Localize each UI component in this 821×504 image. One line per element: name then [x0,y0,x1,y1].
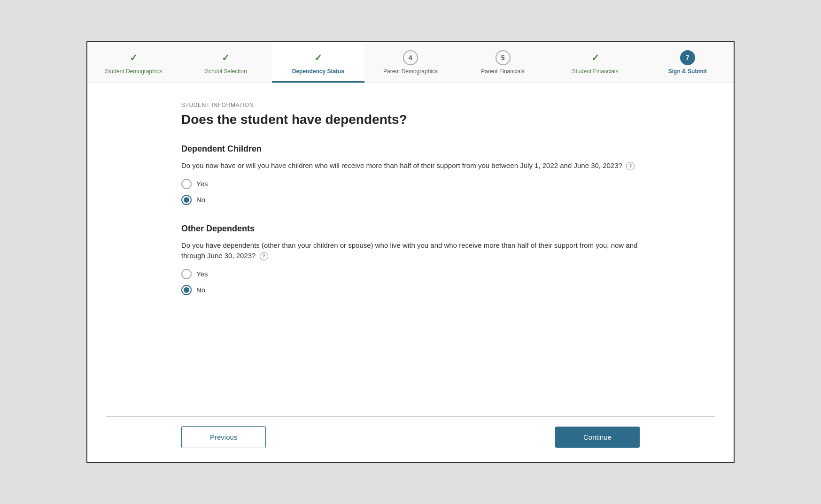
dependent-children-no-option[interactable]: No [181,195,640,205]
continue-button[interactable]: Continue [555,427,640,448]
step-label-parent-demographics: Parent Demographics [383,68,438,75]
previous-button[interactable]: Previous [181,426,266,448]
main-content: STUDENT INFORMATION Does the student hav… [87,83,734,416]
other-dependents-no-label: No [196,286,205,294]
step-student-financials[interactable]: ✓ Student Financials [549,42,642,83]
dependent-children-yes-option[interactable]: Yes [181,179,640,189]
other-dependents-no-radio[interactable] [181,285,192,295]
step-dependency-status[interactable]: ✓ Dependency Status [272,42,364,83]
step-label-school-selection: School Selection [205,68,247,75]
footer: Previous Continue [87,417,734,462]
step-label-sign-submit: Sign & Submit [668,68,707,75]
dependent-children-radio-group: Yes No [181,179,640,205]
other-dependents-no-option[interactable]: No [181,285,640,295]
step-icon-sign-submit: 7 [680,50,695,65]
dependent-children-title: Dependent Children [181,144,640,154]
stepper: ✓ Student Demographics ✓ School Selectio… [87,42,734,83]
step-icon-parent-financials: 5 [496,50,511,65]
step-parent-financials[interactable]: 5 Parent Financials [457,42,549,83]
other-dependents-yes-option[interactable]: Yes [181,269,640,279]
dependent-children-help-icon[interactable]: ? [626,162,635,170]
step-icon-student-demographics: ✓ [126,50,141,65]
step-parent-demographics[interactable]: 4 Parent Demographics [364,42,457,83]
step-student-demographics[interactable]: ✓ Student Demographics [87,42,180,83]
step-label-student-demographics: Student Demographics [105,68,162,75]
other-dependents-help-icon[interactable]: ? [260,252,268,260]
dependent-children-no-radio[interactable] [181,195,192,205]
step-school-selection[interactable]: ✓ School Selection [180,42,272,83]
other-dependents-block: Other Dependents Do you have dependents … [181,224,640,309]
dependent-children-block: Dependent Children Do you now have or wi… [181,144,640,219]
dependent-children-no-label: No [196,196,205,204]
dependent-children-yes-radio[interactable] [181,179,192,189]
other-dependents-yes-label: Yes [196,270,208,278]
other-dependents-title: Other Dependents [181,224,640,234]
other-dependents-radio-group: Yes No [181,269,640,295]
step-sign-submit[interactable]: 7 Sign & Submit [641,42,734,83]
step-label-student-financials: Student Financials [572,68,619,75]
step-label-dependency-status: Dependency Status [292,68,344,75]
dependent-children-question: Do you now have or will you have childre… [181,160,640,171]
step-label-parent-financials: Parent Financials [481,68,525,75]
other-dependents-question: Do you have dependents (other than your … [181,240,640,261]
step-icon-school-selection: ✓ [218,50,233,65]
page-title: Does the student have dependents? [181,112,640,127]
step-icon-student-financials: ✓ [588,50,603,65]
dependent-children-yes-label: Yes [196,180,208,188]
section-label: STUDENT INFORMATION [181,102,640,108]
page-container: ✓ Student Demographics ✓ School Selectio… [86,41,735,463]
other-dependents-yes-radio[interactable] [181,269,192,279]
step-icon-parent-demographics: 4 [403,50,418,65]
step-icon-dependency-status: ✓ [310,50,325,65]
